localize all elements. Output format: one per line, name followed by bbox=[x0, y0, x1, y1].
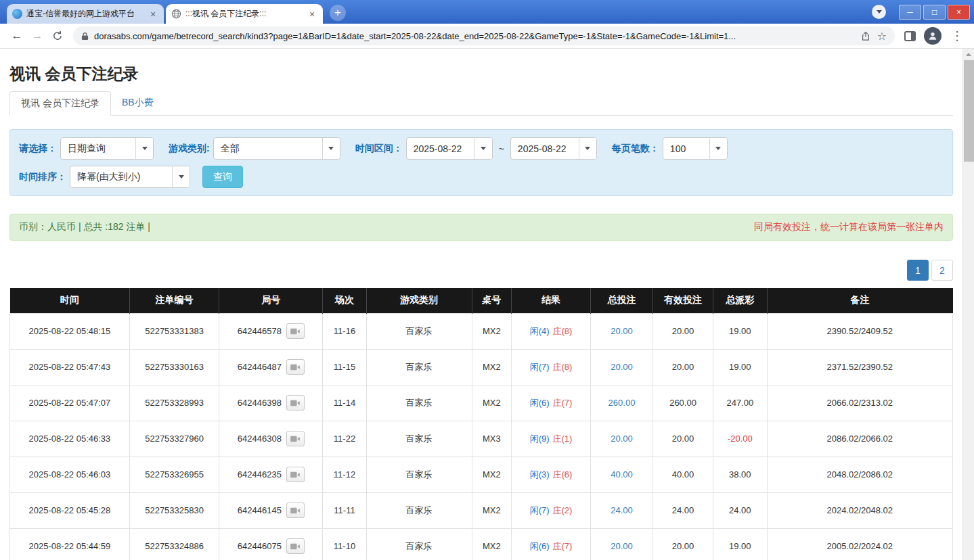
video-replay-button[interactable] bbox=[286, 431, 305, 446]
combo-value: 降幂(由大到小) bbox=[70, 166, 172, 187]
cell-total-bet: 20.00 bbox=[591, 349, 653, 385]
total-bet-link[interactable]: 20.00 bbox=[611, 434, 633, 444]
dropdown-button[interactable] bbox=[172, 166, 190, 187]
total-bet-link[interactable]: 20.00 bbox=[611, 326, 633, 336]
cell-total-bet: 40.00 bbox=[591, 457, 653, 492]
search-button[interactable]: 查询 bbox=[202, 166, 243, 188]
table-row: 2025-08-22 05:47:07522753328993642446398… bbox=[10, 385, 953, 421]
result-player: 闲(4) bbox=[530, 326, 550, 336]
result-banker: 庄(8) bbox=[553, 326, 573, 336]
video-replay-button[interactable] bbox=[286, 503, 305, 518]
address-bar[interactable]: dorasabs.com/game/betrecord_search/kind3… bbox=[73, 26, 895, 45]
total-bet-link[interactable]: 24.00 bbox=[611, 505, 633, 515]
cell-session: 11-22 bbox=[323, 421, 366, 457]
tab-bb-tips[interactable]: BB小费 bbox=[111, 91, 164, 115]
date-start-select[interactable]: 2025-08-22 bbox=[406, 137, 493, 160]
date-range-label: 时间区间： bbox=[355, 143, 403, 155]
video-replay-button[interactable] bbox=[286, 467, 305, 482]
tab-close-icon[interactable]: × bbox=[307, 9, 317, 20]
cell-bet-id: 522753326955 bbox=[129, 457, 219, 492]
bet-table-header-row: 时间注单编号局号场次游戏类别桌号结果总投注有效投注总派彩备注 bbox=[10, 288, 953, 313]
date-mode-select[interactable]: 日期查询 bbox=[60, 137, 154, 160]
tab-close-icon[interactable]: × bbox=[148, 9, 158, 20]
cell-table: MX2 bbox=[472, 492, 512, 528]
cell-game: 百家乐 bbox=[366, 421, 472, 457]
column-header: 时间 bbox=[10, 288, 130, 313]
cell-valid-bet: 20.00 bbox=[652, 349, 713, 385]
cell-result: 闲(7)庄(8) bbox=[512, 349, 591, 385]
cell-valid-bet: 260.00 bbox=[652, 385, 713, 421]
game-type-select[interactable]: 全部 bbox=[213, 137, 340, 160]
cell-total-bet: 20.00 bbox=[591, 313, 653, 349]
result-player: 闲(9) bbox=[530, 434, 550, 444]
cell-note: 2390.52/2409.52 bbox=[767, 313, 953, 349]
browser-tab-active[interactable]: :::视讯 会员下注纪录::: × bbox=[166, 4, 323, 24]
bookmark-star-icon[interactable]: ☆ bbox=[877, 30, 887, 43]
date-end-select[interactable]: 2025-08-22 bbox=[510, 137, 597, 160]
cell-time: 2025-08-22 05:44:59 bbox=[10, 528, 130, 560]
dropdown-button[interactable] bbox=[579, 138, 596, 159]
dropdown-button[interactable] bbox=[322, 138, 340, 159]
column-header: 备注 bbox=[767, 288, 953, 313]
column-header: 结果 bbox=[512, 288, 591, 313]
dropdown-button[interactable] bbox=[135, 138, 153, 159]
back-button[interactable]: ← bbox=[7, 26, 27, 46]
dropdown-button[interactable] bbox=[709, 138, 727, 159]
forward-button[interactable]: → bbox=[27, 26, 47, 46]
refresh-button[interactable] bbox=[47, 26, 68, 46]
page-button-2[interactable]: 2 bbox=[931, 260, 953, 281]
scroll-up-arrow-icon[interactable] bbox=[963, 49, 974, 60]
game-type-label: 游戏类别: bbox=[169, 143, 210, 155]
total-bet-link[interactable]: 20.00 bbox=[611, 541, 633, 551]
page-content: 视讯 会员下注纪录 视讯 会员下注纪录 BB小费 请选择： 日期查询 游戏类别:… bbox=[0, 49, 962, 560]
page-size-select[interactable]: 100 bbox=[663, 137, 728, 160]
sort-order-select[interactable]: 降幂(由大到小) bbox=[70, 166, 190, 188]
table-row: 2025-08-22 05:45:28522753325830642446145… bbox=[10, 492, 953, 528]
side-panel-icon[interactable] bbox=[904, 31, 916, 41]
cell-round: 642446578 bbox=[219, 313, 323, 349]
cell-round: 642446487 bbox=[219, 349, 323, 385]
total-bet-link[interactable]: 40.00 bbox=[611, 469, 633, 480]
cell-result: 闲(6)庄(7) bbox=[512, 385, 591, 421]
column-header: 有效投注 bbox=[652, 288, 713, 313]
cell-table: MX2 bbox=[472, 313, 512, 349]
share-icon[interactable] bbox=[861, 31, 870, 41]
video-replay-button[interactable] bbox=[286, 359, 305, 375]
combo-value: 全部 bbox=[214, 138, 322, 159]
maximize-button[interactable]: □ bbox=[923, 5, 946, 20]
tab-bet-records[interactable]: 视讯 会员下注纪录 bbox=[9, 91, 111, 116]
cell-valid-bet: 20.00 bbox=[652, 528, 713, 560]
cell-note: 2048.02/2086.02 bbox=[767, 457, 953, 492]
profile-avatar[interactable] bbox=[924, 27, 942, 45]
video-replay-button[interactable] bbox=[286, 538, 305, 554]
page-button-1[interactable]: 1 bbox=[907, 260, 929, 281]
cell-payout: 24.00 bbox=[713, 492, 767, 528]
vertical-scrollbar[interactable] bbox=[962, 49, 974, 560]
new-tab-button[interactable]: + bbox=[330, 5, 346, 21]
bet-table-body: 2025-08-22 05:48:15522753331383642446578… bbox=[10, 313, 953, 560]
video-replay-button[interactable] bbox=[286, 323, 305, 339]
scrollbar-thumb[interactable] bbox=[964, 60, 974, 162]
cell-bet-id: 522753328993 bbox=[129, 385, 219, 421]
browser-tab-inactive[interactable]: 通宝-信誉最好的网上游戏平台 × bbox=[7, 4, 164, 24]
menu-dots-icon[interactable]: ⋮ bbox=[947, 26, 967, 46]
cell-result: 闲(7)庄(2) bbox=[512, 492, 591, 528]
tab-search-button[interactable] bbox=[872, 5, 886, 19]
dropdown-button[interactable] bbox=[474, 138, 492, 159]
minimize-button[interactable]: ─ bbox=[899, 5, 921, 20]
cell-payout: 19.00 bbox=[713, 528, 767, 560]
cell-payout: 19.00 bbox=[713, 313, 767, 349]
total-bet-link[interactable]: 260.00 bbox=[608, 398, 636, 408]
total-bet-link[interactable]: 20.00 bbox=[611, 362, 633, 372]
column-header: 注单编号 bbox=[129, 288, 219, 313]
cell-note: 2066.02/2313.02 bbox=[767, 385, 953, 421]
cell-bet-id: 522753325830 bbox=[129, 492, 219, 528]
cell-session: 11-10 bbox=[323, 528, 366, 560]
cell-session: 11-11 bbox=[323, 492, 366, 528]
cell-valid-bet: 20.00 bbox=[652, 313, 713, 349]
cell-round: 642446398 bbox=[219, 385, 323, 421]
close-button[interactable]: × bbox=[948, 5, 970, 20]
cell-round: 642446235 bbox=[219, 457, 323, 492]
cell-bet-id: 522753330163 bbox=[129, 349, 219, 385]
video-replay-button[interactable] bbox=[286, 395, 305, 411]
